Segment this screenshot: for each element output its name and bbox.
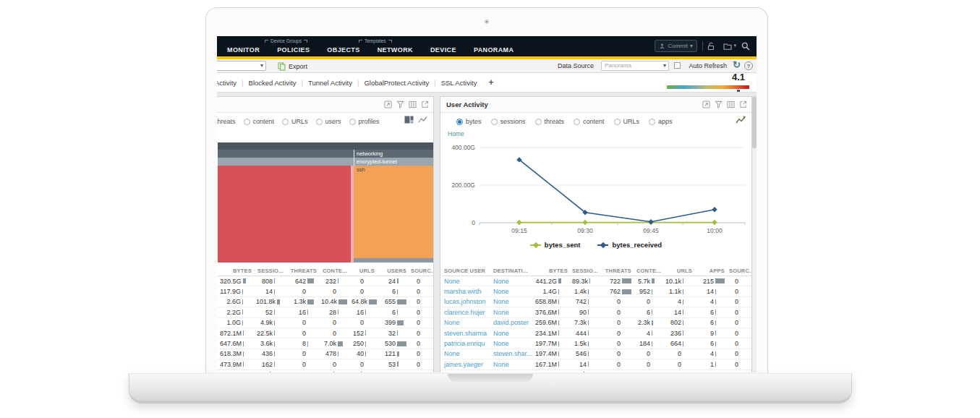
column-header[interactable]: THREATS bbox=[286, 265, 319, 276]
nav-item-monitor[interactable]: MONITOR bbox=[227, 46, 260, 54]
commit-button[interactable]: Commit ▾ bbox=[655, 40, 697, 52]
column-header[interactable]: SESSIO... bbox=[254, 265, 286, 276]
user-link[interactable]: steven.shar... bbox=[493, 350, 532, 357]
user-link[interactable]: patricia.enriqu bbox=[444, 340, 485, 347]
column-header[interactable]: USERS bbox=[377, 265, 409, 276]
user-link[interactable]: None bbox=[493, 298, 509, 305]
column-header[interactable]: URLS bbox=[663, 265, 694, 276]
nav-item-device[interactable]: DEVICE bbox=[430, 46, 456, 54]
radio-content[interactable]: content bbox=[244, 118, 275, 125]
legend-bytes_received[interactable]: bytes_received bbox=[597, 241, 662, 249]
column-header[interactable]: SOURCE USER bbox=[442, 265, 491, 276]
user-link[interactable]: clarence.hujer bbox=[444, 309, 485, 316]
treemap-category-bar[interactable] bbox=[218, 142, 433, 150]
column-header[interactable]: CONTE... bbox=[319, 265, 349, 276]
nav-item-panorama[interactable]: PANORAMA bbox=[474, 46, 514, 54]
filter-icon[interactable] bbox=[715, 101, 723, 108]
line-chart-view-icon[interactable] bbox=[418, 116, 427, 124]
tab-blocked-activity[interactable]: Blocked Activity bbox=[249, 79, 297, 87]
tab-activity[interactable]: Activity bbox=[217, 79, 237, 87]
user-link[interactable]: steven.sharma bbox=[444, 330, 487, 337]
user-link[interactable]: None bbox=[444, 319, 460, 326]
radio-apps[interactable]: apps bbox=[649, 118, 673, 125]
radio-circle-icon[interactable] bbox=[282, 119, 289, 125]
column-header[interactable]: BYTES bbox=[218, 265, 254, 276]
folder-caret-icon[interactable]: ▾ bbox=[733, 43, 736, 48]
add-tab-button[interactable]: + bbox=[488, 77, 493, 88]
radio-threats[interactable]: threats bbox=[535, 118, 565, 125]
column-header[interactable]: SOURC... bbox=[409, 265, 433, 276]
data-source-select[interactable]: Panorama ▾ bbox=[601, 61, 669, 71]
line-chart-view-icon[interactable] bbox=[736, 116, 746, 124]
tab-ssl-activity[interactable]: SSL Activity bbox=[441, 79, 477, 87]
help-icon[interactable]: ? bbox=[744, 61, 753, 70]
user-link[interactable]: None bbox=[493, 371, 509, 372]
auto-refresh-checkbox[interactable] bbox=[674, 62, 681, 69]
jump-to-logs-icon[interactable] bbox=[384, 101, 392, 108]
table-view-icon[interactable] bbox=[727, 101, 735, 108]
radio-threats[interactable]: threats bbox=[217, 118, 236, 125]
nav-item-policies[interactable]: POLICIES bbox=[277, 46, 310, 54]
radio-profiles[interactable]: profiles bbox=[349, 118, 380, 125]
tab-globalprotect-activity[interactable]: GlobalProtect Activity bbox=[364, 79, 429, 87]
treemap-block-large[interactable] bbox=[218, 166, 351, 263]
view-select[interactable]: ▾ bbox=[217, 61, 266, 71]
radio-circle-icon[interactable] bbox=[456, 119, 463, 125]
jump-to-logs-icon[interactable] bbox=[702, 101, 710, 108]
treemap-group-encrypted-tunnel[interactable]: encrypted-tunnel bbox=[218, 158, 433, 166]
user-link[interactable]: None bbox=[493, 330, 509, 337]
radio-users[interactable]: users bbox=[316, 118, 341, 125]
column-header[interactable]: DESTINATI... bbox=[491, 265, 532, 276]
scrollbar[interactable] bbox=[752, 96, 757, 372]
radio-content[interactable]: content bbox=[574, 118, 605, 125]
radio-circle-icon[interactable] bbox=[244, 119, 250, 125]
radio-circle-icon[interactable] bbox=[614, 119, 621, 125]
column-header[interactable]: BYTES bbox=[532, 265, 570, 276]
user-link[interactable]: None bbox=[493, 278, 509, 285]
user-link[interactable]: None bbox=[444, 350, 460, 357]
radio-circle-icon[interactable] bbox=[649, 119, 655, 125]
unlock-icon[interactable] bbox=[706, 41, 716, 51]
application-treemap[interactable]: networking encrypted-tunnel ssh bbox=[218, 142, 433, 263]
legend-bytes_sent[interactable]: bytes_sent bbox=[530, 241, 581, 249]
column-header[interactable]: APPS bbox=[694, 265, 727, 276]
user-link[interactable]: None bbox=[493, 361, 509, 368]
tab-tunnel-activity[interactable]: Tunnel Activity bbox=[308, 79, 352, 87]
column-header[interactable]: SESSIO... bbox=[570, 265, 600, 276]
nav-item-objects[interactable]: OBJECTS bbox=[327, 46, 359, 54]
column-header[interactable]: SOURC... bbox=[727, 265, 751, 276]
treemap-view-icon[interactable] bbox=[404, 116, 414, 124]
nav-item-network[interactable]: NETWORK bbox=[378, 46, 413, 54]
treemap-block-ssh[interactable]: ssh bbox=[354, 166, 433, 263]
radio-circle-icon[interactable] bbox=[316, 119, 323, 125]
radio-circle-icon[interactable] bbox=[535, 119, 542, 125]
radio-sessions[interactable]: sessions bbox=[491, 118, 526, 125]
breadcrumb-home[interactable]: Home bbox=[448, 130, 464, 137]
table-view-icon[interactable] bbox=[409, 101, 417, 108]
user-link[interactable]: james.yaeger bbox=[444, 361, 483, 368]
scrollbar-thumb[interactable] bbox=[752, 96, 757, 148]
radio-circle-icon[interactable] bbox=[491, 119, 498, 125]
search-icon[interactable] bbox=[741, 41, 751, 51]
user-link[interactable]: lucas.johnston bbox=[444, 298, 486, 305]
radio-urls[interactable]: URLs bbox=[614, 118, 640, 125]
user-link[interactable]: None bbox=[493, 340, 509, 347]
user-link[interactable]: david.poster bbox=[493, 319, 529, 326]
column-header[interactable]: CONTE... bbox=[634, 265, 663, 276]
radio-urls[interactable]: URLs bbox=[282, 118, 308, 125]
user-link[interactable]: marsha.wirth bbox=[444, 288, 482, 295]
radio-circle-icon[interactable] bbox=[574, 119, 580, 125]
user-link[interactable]: None bbox=[444, 278, 460, 285]
treemap-group-networking[interactable]: networking bbox=[218, 150, 433, 158]
export-button[interactable]: Export bbox=[278, 61, 307, 72]
refresh-icon[interactable]: ↻ bbox=[733, 59, 741, 70]
maximize-icon[interactable] bbox=[739, 101, 747, 108]
user-link[interactable]: None bbox=[493, 309, 509, 316]
column-header[interactable]: URLS bbox=[349, 265, 377, 276]
radio-bytes[interactable]: bytes bbox=[456, 118, 482, 125]
filter-icon[interactable] bbox=[396, 101, 404, 108]
radio-circle-icon[interactable] bbox=[349, 119, 356, 125]
user-link[interactable]: None bbox=[493, 288, 509, 295]
maximize-icon[interactable] bbox=[421, 101, 429, 108]
user-link[interactable]: None bbox=[444, 371, 460, 372]
